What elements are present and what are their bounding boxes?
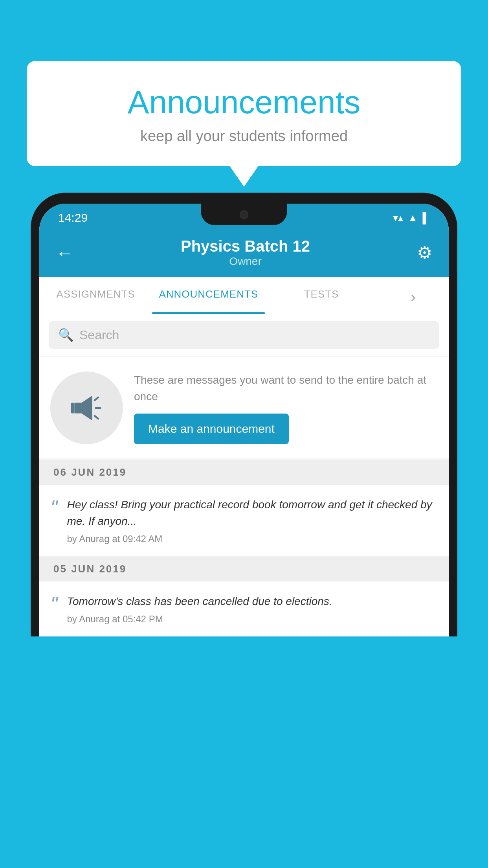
tab-assignments[interactable]: ASSIGNMENTS — [39, 277, 152, 314]
tab-tests[interactable]: TESTS — [265, 277, 378, 314]
wifi-icon: ▾▴ — [393, 212, 403, 224]
speech-bubble-container: Announcements keep all your students inf… — [27, 61, 461, 166]
search-placeholder: Search — [79, 328, 119, 342]
header-center: Physics Batch 12 Owner — [181, 237, 310, 268]
status-time: 14:29 — [58, 211, 88, 224]
camera-dot — [240, 210, 248, 219]
message-author-1: by Anurag at 09:42 AM — [67, 533, 438, 544]
battery-icon: ▌ — [423, 212, 430, 224]
header-title: Physics Batch 12 — [181, 237, 310, 255]
signal-icon: ▲ — [408, 212, 418, 224]
header-subtitle: Owner — [181, 255, 310, 268]
phone-wrapper: 14:29 ▾▴ ▲ ▌ ← Physics Batch 12 Owner ⚙ — [31, 193, 457, 868]
message-content-1: Hey class! Bring your practical record b… — [67, 497, 438, 544]
svg-line-4 — [94, 416, 98, 418]
svg-rect-1 — [71, 403, 74, 413]
prompt-right: These are messages you want to send to t… — [134, 372, 438, 444]
gear-icon[interactable]: ⚙ — [417, 243, 432, 263]
search-container: 🔍 Search — [39, 314, 449, 356]
search-icon: 🔍 — [58, 327, 74, 342]
message-item-1[interactable]: " Hey class! Bring your practical record… — [39, 485, 449, 557]
speech-bubble: Announcements keep all your students inf… — [27, 61, 461, 166]
app-header: ← Physics Batch 12 Owner ⚙ — [39, 230, 449, 277]
date-divider-1: 06 JUN 2019 — [39, 460, 449, 485]
status-icons: ▾▴ ▲ ▌ — [393, 212, 430, 224]
megaphone-icon — [69, 390, 105, 426]
message-author-2: by Anurag at 05:42 PM — [67, 614, 438, 625]
megaphone-circle — [50, 371, 123, 444]
prompt-description: These are messages you want to send to t… — [134, 372, 438, 405]
tabs-bar: ASSIGNMENTS ANNOUNCEMENTS TESTS › — [39, 277, 449, 314]
quote-icon-2: " — [50, 596, 57, 613]
quote-icon-1: " — [50, 500, 57, 516]
svg-line-2 — [94, 397, 98, 400]
svg-marker-0 — [74, 395, 92, 420]
announcement-prompt: These are messages you want to send to t… — [39, 357, 449, 458]
date-divider-2: 05 JUN 2019 — [39, 557, 449, 581]
tab-announcements[interactable]: ANNOUNCEMENTS — [152, 277, 265, 314]
back-button[interactable]: ← — [56, 242, 74, 263]
phone-screen: 14:29 ▾▴ ▲ ▌ ← Physics Batch 12 Owner ⚙ — [39, 204, 449, 636]
phone-notch — [201, 204, 287, 225]
phone-outer: 14:29 ▾▴ ▲ ▌ ← Physics Batch 12 Owner ⚙ — [31, 193, 457, 636]
message-content-2: Tomorrow's class has been cancelled due … — [67, 593, 438, 625]
message-item-2[interactable]: " Tomorrow's class has been cancelled du… — [39, 581, 449, 636]
bubble-title: Announcements — [46, 85, 442, 120]
message-text-2: Tomorrow's class has been cancelled due … — [67, 593, 438, 610]
search-bar[interactable]: 🔍 Search — [49, 321, 439, 349]
bubble-subtitle: keep all your students informed — [46, 128, 442, 145]
make-announcement-button[interactable]: Make an announcement — [134, 414, 289, 444]
message-text-1: Hey class! Bring your practical record b… — [67, 497, 438, 530]
tab-more[interactable]: › — [378, 277, 449, 314]
